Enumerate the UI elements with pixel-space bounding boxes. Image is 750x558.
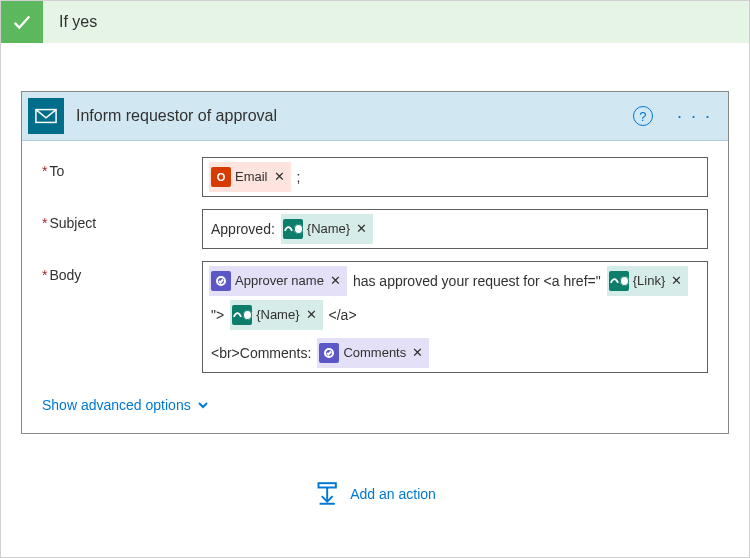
- label-subject: *Subject: [42, 209, 202, 249]
- token-name[interactable]: {Name}✕: [230, 300, 322, 330]
- body-text: </a>: [327, 302, 359, 328]
- row-subject: *Subject Approved: {Name} ✕: [42, 209, 708, 249]
- approval-icon: [211, 271, 231, 291]
- token-name[interactable]: {Name} ✕: [281, 214, 373, 244]
- remove-token-icon[interactable]: ✕: [410, 340, 423, 366]
- token-approvername[interactable]: Approver name✕: [209, 266, 347, 296]
- add-action-label: Add an action: [350, 486, 436, 502]
- token-label: Approver name: [235, 268, 324, 294]
- remove-token-icon[interactable]: ✕: [304, 302, 317, 328]
- input-to[interactable]: O Email ✕ ;: [202, 157, 708, 197]
- mail-icon: [28, 98, 64, 134]
- remove-token-icon[interactable]: ✕: [272, 164, 285, 190]
- chevron-down-icon: [197, 399, 209, 411]
- token-link[interactable]: {Link}✕: [607, 266, 689, 296]
- help-icon[interactable]: ?: [633, 106, 653, 126]
- add-action-icon: [314, 481, 340, 507]
- token-email[interactable]: O Email ✕: [209, 162, 291, 192]
- action-title: Inform requestor of approval: [76, 107, 621, 125]
- remove-token-icon[interactable]: ✕: [669, 268, 682, 294]
- label-body: *Body: [42, 261, 202, 373]
- remove-token-icon[interactable]: ✕: [328, 268, 341, 294]
- input-body[interactable]: Approver name✕has approved your request …: [202, 261, 708, 373]
- checkmark-icon: [1, 1, 43, 43]
- more-icon[interactable]: · · ·: [673, 106, 716, 127]
- body-text: has approved your request for <a href=": [351, 268, 603, 294]
- token-label: Email: [235, 164, 268, 190]
- label-to: *To: [42, 157, 202, 197]
- body-text: ">: [209, 302, 226, 328]
- input-subject[interactable]: Approved: {Name} ✕: [202, 209, 708, 249]
- action-card: Inform requestor of approval ? · · · *To…: [21, 91, 729, 434]
- subject-lead: Approved:: [209, 216, 277, 242]
- dynamic-icon: [232, 305, 252, 325]
- office-icon: O: [211, 167, 231, 187]
- action-header[interactable]: Inform requestor of approval ? · · ·: [22, 92, 728, 141]
- show-advanced-label: Show advanced options: [42, 397, 191, 413]
- dynamic-icon: [609, 271, 629, 291]
- action-body: *To O Email ✕ ; *Subject Approved:: [22, 141, 728, 433]
- if-yes-title: If yes: [43, 13, 97, 31]
- if-yes-header[interactable]: If yes: [1, 1, 749, 43]
- body-text: <br>Comments:: [209, 340, 313, 366]
- to-trail: ;: [295, 164, 303, 190]
- approval-icon: [319, 343, 339, 363]
- remove-token-icon[interactable]: ✕: [354, 216, 367, 242]
- if-yes-container: If yes Inform requestor of approval ? · …: [0, 0, 750, 558]
- row-to: *To O Email ✕ ;: [42, 157, 708, 197]
- dynamic-icon: [283, 219, 303, 239]
- show-advanced-toggle[interactable]: Show advanced options: [42, 397, 209, 413]
- svg-rect-3: [319, 483, 336, 487]
- token-label: {Link}: [633, 268, 666, 294]
- add-action-button[interactable]: Add an action: [314, 481, 436, 507]
- token-label: Comments: [343, 340, 406, 366]
- row-body: *Body Approver name✕has approved your re…: [42, 261, 708, 373]
- token-label: {Name}: [256, 302, 299, 328]
- token-label: {Name}: [307, 216, 350, 242]
- token-comments[interactable]: Comments✕: [317, 338, 429, 368]
